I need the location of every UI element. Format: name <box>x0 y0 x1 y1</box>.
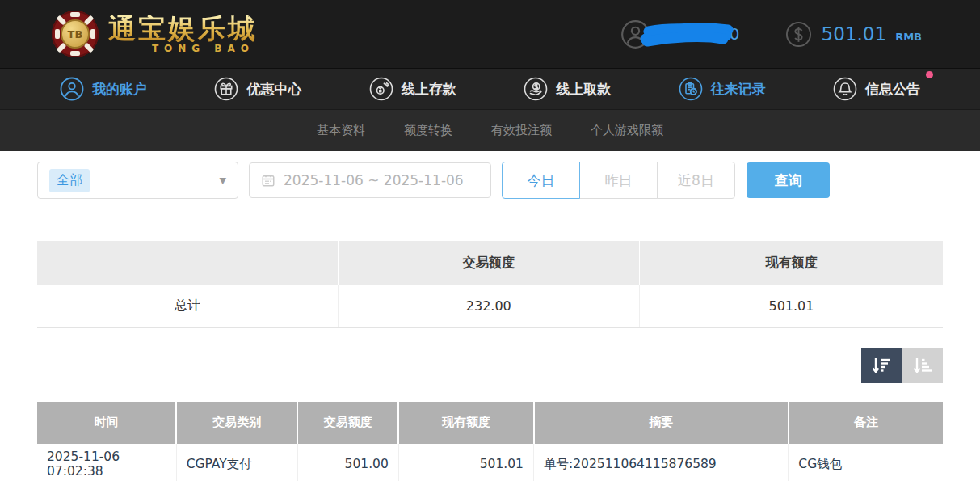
brand-name-en: TONG BAO <box>152 44 254 53</box>
cell-time: 2025-11-06 07:02:38 <box>37 444 176 481</box>
nav-label: 线上存款 <box>402 80 456 99</box>
notification-dot <box>926 71 933 78</box>
selected-type: 全部 <box>49 169 90 192</box>
cell-note: CG钱包 <box>789 444 943 481</box>
nav-label: 优惠中心 <box>246 80 301 99</box>
col-header-amount: 交易额度 <box>297 402 398 444</box>
range-button-today[interactable]: 今日 <box>502 162 580 199</box>
records-header-row: 时间 交易类别 交易额度 现有额度 摘要 备注 <box>37 402 943 444</box>
cell-summary: 单号:202511064115876589 <box>534 444 789 481</box>
transaction-type-select[interactable]: 全部 ▼ <box>37 162 238 199</box>
brand-name-cn: 通宝娱乐城 <box>108 15 258 42</box>
total-current-balance: 501.01 <box>639 285 943 327</box>
subnav-item-valid-bets[interactable]: 有效投注额 <box>491 123 552 138</box>
range-button-last8days[interactable]: 近8日 <box>657 162 735 199</box>
account-subnav: 基本资料 额度转换 有效投注额 个人游戏限额 <box>0 109 980 151</box>
sort-ascending-icon <box>912 356 933 375</box>
table-row: 2025-11-06 07:02:38 CGPAY支付 501.00 501.0… <box>37 444 943 481</box>
brand-logo[interactable]: TB 通宝娱乐城 TONG BAO <box>52 11 258 57</box>
nav-item-promotions[interactable]: 优惠中心 <box>214 77 301 101</box>
total-transaction-amount: 232.00 <box>338 285 639 327</box>
nav-item-my-account[interactable]: 我的账户 <box>60 77 147 101</box>
casino-chip-icon: TB <box>52 11 99 57</box>
summary-total-row: 总计 232.00 501.01 <box>37 285 943 327</box>
col-header-note: 备注 <box>789 402 943 444</box>
nav-item-transaction-records[interactable]: 往来记录 <box>679 77 766 101</box>
summary-header-amount: 交易额度 <box>338 241 639 285</box>
subnav-item-game-limits[interactable]: 个人游戏限额 <box>591 123 663 138</box>
subnav-item-basic-info[interactable]: 基本资料 <box>317 123 365 138</box>
col-header-type: 交易类别 <box>176 402 297 444</box>
nav-item-announcements[interactable]: 信息公告 <box>833 77 920 101</box>
summary-header-row: 交易额度 现有额度 <box>37 241 943 285</box>
quick-range-group: 今日 昨日 近8日 <box>502 162 735 199</box>
col-header-time: 时间 <box>37 402 176 444</box>
withdraw-icon <box>524 77 548 101</box>
filter-row: 全部 ▼ 2025-11-06 ~ 2025-11-06 今日 昨日 近8日 查… <box>37 161 943 200</box>
gift-icon <box>214 77 238 101</box>
total-label: 总计 <box>37 285 338 327</box>
cell-balance: 501.01 <box>398 444 533 481</box>
nav-label: 信息公告 <box>865 80 920 99</box>
summary-header-balance: 现有额度 <box>639 241 943 285</box>
dollar-icon <box>785 21 812 48</box>
col-header-balance: 现有额度 <box>398 402 533 444</box>
sort-ascending-button[interactable] <box>902 348 943 383</box>
summary-header-empty <box>37 241 338 285</box>
date-range-value: 2025-11-06 ~ 2025-11-06 <box>284 172 464 188</box>
calendar-icon <box>261 173 275 188</box>
top-header: TB 通宝娱乐城 TONG BAO 0 <box>0 0 980 68</box>
date-range-input[interactable]: 2025-11-06 ~ 2025-11-06 <box>249 162 491 198</box>
balance-currency: RMB <box>895 31 922 43</box>
cell-type: CGPAY支付 <box>176 444 297 481</box>
records-icon <box>679 77 703 101</box>
main-nav: 我的账户 优惠中心 线上存款 线上取款 <box>0 68 980 109</box>
records-page: 全部 ▼ 2025-11-06 ~ 2025-11-06 今日 昨日 近8日 查… <box>0 151 980 481</box>
sort-descending-button[interactable] <box>861 348 902 383</box>
bell-icon <box>833 77 857 101</box>
chevron-down-icon: ▼ <box>220 175 226 186</box>
subnav-item-quota-transfer[interactable]: 额度转换 <box>404 123 452 138</box>
range-button-yesterday[interactable]: 昨日 <box>579 162 658 199</box>
nav-item-deposit[interactable]: 线上存款 <box>369 77 456 101</box>
redaction-scribble <box>637 19 736 49</box>
deposit-icon <box>369 77 393 101</box>
balance-display[interactable]: 501.01 RMB <box>785 21 922 48</box>
nav-label: 往来记录 <box>711 80 766 99</box>
cell-amount: 501.00 <box>297 444 398 481</box>
balance-amount: 501.01 <box>822 23 886 44</box>
search-button[interactable]: 查询 <box>747 162 830 198</box>
sort-descending-icon <box>871 356 892 375</box>
user-icon <box>60 77 84 101</box>
sort-controls <box>37 348 943 383</box>
records-table: 时间 交易类别 交易额度 现有额度 摘要 备注 2025-11-06 07:02… <box>37 402 943 481</box>
nav-item-withdraw[interactable]: 线上取款 <box>524 77 611 101</box>
summary-table: 交易额度 现有额度 总计 232.00 501.01 <box>37 241 943 328</box>
username-display[interactable]: 0 <box>620 19 740 49</box>
col-header-summary: 摘要 <box>534 402 789 444</box>
nav-label: 我的账户 <box>92 80 147 99</box>
nav-label: 线上取款 <box>556 80 611 99</box>
